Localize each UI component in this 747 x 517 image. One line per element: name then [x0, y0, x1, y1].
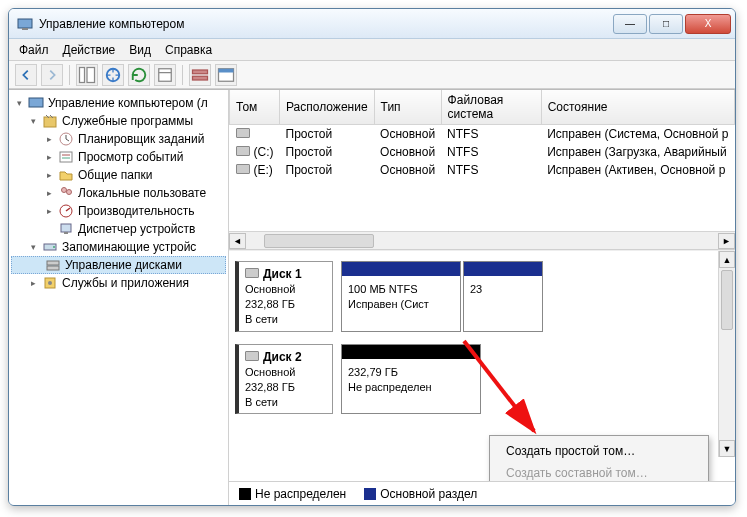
- nav-tree: ▾Управление компьютером (л ▾Служебные пр…: [9, 90, 229, 505]
- scroll-up-icon[interactable]: ▲: [719, 251, 735, 268]
- disk-name: Диск 2: [263, 350, 302, 364]
- disk-info[interactable]: Диск 1 Основной 232,88 ГБ В сети: [235, 261, 333, 332]
- svg-rect-3: [87, 67, 95, 82]
- col-volume[interactable]: Том: [230, 90, 280, 125]
- drive-icon: [236, 146, 250, 156]
- horizontal-scrollbar[interactable]: ◄ ►: [229, 231, 735, 249]
- scroll-down-icon[interactable]: ▼: [719, 440, 735, 457]
- svg-rect-7: [193, 70, 208, 74]
- tree-shared-folders[interactable]: ▸Общие папки: [11, 166, 226, 184]
- partition-header: [342, 345, 480, 359]
- svg-rect-14: [60, 152, 72, 162]
- forward-button[interactable]: [41, 64, 63, 86]
- tree-system-tools[interactable]: ▾Служебные программы: [11, 112, 226, 130]
- scroll-thumb[interactable]: [264, 234, 374, 248]
- partition[interactable]: 23: [463, 261, 543, 332]
- app-window: Управление компьютером — □ X Файл Действ…: [8, 8, 736, 506]
- legend-unallocated: Не распределен: [239, 487, 346, 501]
- partition[interactable]: 100 МБ NTFSИсправен (Сист: [341, 261, 461, 332]
- back-button[interactable]: [15, 64, 37, 86]
- svg-rect-1: [22, 28, 28, 30]
- svg-rect-12: [44, 117, 56, 127]
- disk-graphic-pane: Диск 1 Основной 232,88 ГБ В сети 100 МБ …: [229, 250, 735, 481]
- tree-label: Просмотр событий: [78, 150, 183, 164]
- menu-help[interactable]: Справка: [165, 43, 212, 57]
- svg-point-23: [53, 246, 55, 248]
- tree-label: Общие папки: [78, 168, 152, 182]
- menu-action[interactable]: Действие: [63, 43, 116, 57]
- svg-rect-2: [80, 67, 85, 82]
- menu-file[interactable]: Файл: [19, 43, 49, 57]
- table-row[interactable]: (E:) ПростойОсновнойNTFSИсправен (Активе…: [230, 161, 735, 179]
- ctx-create-spanned-volume: Создать составной том…: [492, 462, 706, 481]
- legend-primary: Основной раздел: [364, 487, 477, 501]
- tree-label: Диспетчер устройств: [78, 222, 195, 236]
- titlebar: Управление компьютером — □ X: [9, 9, 735, 39]
- minimize-button[interactable]: —: [613, 14, 647, 34]
- toolbar-btn-2[interactable]: [102, 64, 124, 86]
- tree-label: Локальные пользовате: [78, 186, 206, 200]
- volume-list: Том Расположение Тип Файловая система Со…: [229, 90, 735, 250]
- scroll-left-icon[interactable]: ◄: [229, 233, 246, 249]
- partition-header: [342, 262, 460, 276]
- tree-label: Планировщик заданий: [78, 132, 204, 146]
- tree-label: Служебные программы: [62, 114, 193, 128]
- close-button[interactable]: X: [685, 14, 731, 34]
- toolbar: [9, 61, 735, 89]
- col-status[interactable]: Состояние: [541, 90, 734, 125]
- disk-row-1: Диск 1 Основной 232,88 ГБ В сети 100 МБ …: [235, 261, 729, 332]
- refresh-button[interactable]: [128, 64, 150, 86]
- col-fs[interactable]: Файловая система: [441, 90, 541, 125]
- svg-rect-25: [47, 266, 59, 270]
- tree-label: Службы и приложения: [62, 276, 189, 290]
- vertical-scrollbar[interactable]: ▲ ▼: [718, 251, 735, 457]
- scroll-thumb[interactable]: [721, 270, 733, 330]
- tree-label: Управление дисками: [65, 258, 182, 272]
- toolbar-separator: [182, 65, 183, 85]
- tree-local-users[interactable]: ▸Локальные пользовате: [11, 184, 226, 202]
- svg-point-17: [62, 188, 67, 193]
- tree-device-manager[interactable]: Диспетчер устройств: [11, 220, 226, 238]
- toolbar-btn-6[interactable]: [215, 64, 237, 86]
- tree-disk-management[interactable]: Управление дисками: [11, 256, 226, 274]
- tree-event-viewer[interactable]: ▸Просмотр событий: [11, 148, 226, 166]
- maximize-button[interactable]: □: [649, 14, 683, 34]
- app-icon: [17, 16, 33, 32]
- volume-table: Том Расположение Тип Файловая система Со…: [229, 90, 735, 179]
- svg-rect-20: [61, 224, 71, 232]
- content-body: ▾Управление компьютером (л ▾Служебные пр…: [9, 89, 735, 505]
- tree-root-label: Управление компьютером (л: [48, 96, 208, 110]
- svg-point-27: [48, 281, 52, 285]
- partition-unallocated[interactable]: 232,79 ГБНе распределен: [341, 344, 481, 415]
- drive-icon: [236, 164, 250, 174]
- window-title: Управление компьютером: [39, 17, 613, 31]
- ctx-create-simple-volume[interactable]: Создать простой том…: [492, 440, 706, 462]
- tree-performance[interactable]: ▸Производительность: [11, 202, 226, 220]
- toolbar-btn-1[interactable]: [76, 64, 98, 86]
- svg-rect-5: [159, 68, 172, 81]
- svg-rect-10: [219, 68, 234, 72]
- col-type[interactable]: Тип: [374, 90, 441, 125]
- svg-rect-21: [64, 232, 68, 234]
- context-menu: Создать простой том… Создать составной т…: [489, 435, 709, 481]
- tree-task-scheduler[interactable]: ▸Планировщик заданий: [11, 130, 226, 148]
- toolbar-separator: [69, 65, 70, 85]
- disk-info[interactable]: Диск 2 Основной 232,88 ГБ В сети: [235, 344, 333, 415]
- table-row[interactable]: (C:) ПростойОсновнойNTFSИсправен (Загруз…: [230, 143, 735, 161]
- scroll-right-icon[interactable]: ►: [718, 233, 735, 249]
- col-layout[interactable]: Расположение: [280, 90, 375, 125]
- tree-services[interactable]: ▸Службы и приложения: [11, 274, 226, 292]
- svg-rect-24: [47, 261, 59, 265]
- svg-rect-11: [29, 98, 43, 107]
- svg-rect-0: [18, 19, 32, 28]
- table-row[interactable]: ПростойОсновнойNTFSИсправен (Система, Ос…: [230, 125, 735, 144]
- toolbar-btn-5[interactable]: [189, 64, 211, 86]
- menu-view[interactable]: Вид: [129, 43, 151, 57]
- tree-label: Производительность: [78, 204, 194, 218]
- partition-header: [464, 262, 542, 276]
- disk-name: Диск 1: [263, 267, 302, 281]
- tree-root[interactable]: ▾Управление компьютером (л: [11, 94, 226, 112]
- tree-storage[interactable]: ▾Запоминающие устройс: [11, 238, 226, 256]
- toolbar-btn-4[interactable]: [154, 64, 176, 86]
- menubar: Файл Действие Вид Справка: [9, 39, 735, 61]
